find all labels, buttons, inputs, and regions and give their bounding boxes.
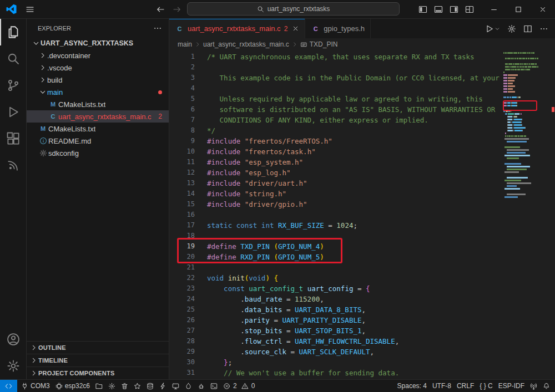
toggle-secondary-sidebar-icon[interactable] bbox=[450, 5, 458, 14]
maximize-button[interactable] bbox=[506, 0, 531, 18]
command-center-search[interactable]: uart_async_rxtxtasks bbox=[187, 2, 400, 16]
status-eol[interactable]: CRLF bbox=[454, 380, 477, 392]
code-line-3[interactable]: 3 This example code is in the Public Dom… bbox=[169, 73, 502, 83]
code-line-4[interactable]: 4 bbox=[169, 83, 502, 94]
status-monitor[interactable] bbox=[169, 380, 182, 392]
tab-close-icon[interactable] bbox=[292, 25, 299, 32]
code-line-5[interactable]: 5 Unless required by applicable law or a… bbox=[169, 94, 502, 104]
code-line-21[interactable]: 21 bbox=[169, 262, 502, 273]
breadcrumb-symbol[interactable]: TXD_PIN bbox=[310, 40, 338, 48]
code-line-11[interactable]: 11#include "esp_system.h" bbox=[169, 157, 502, 167]
status-esp-idf-version[interactable]: ESP-IDF bbox=[496, 380, 527, 392]
nav-forward-icon[interactable] bbox=[173, 5, 181, 14]
status-terminal[interactable] bbox=[208, 380, 220, 392]
split-editor-icon[interactable] bbox=[523, 24, 532, 33]
code-line-22[interactable]: 22void init(void) { bbox=[169, 273, 502, 283]
activity-accounts[interactable] bbox=[0, 326, 26, 353]
code-line-14[interactable]: 14#include "string.h" bbox=[169, 189, 502, 199]
status-serial-port[interactable]: COM3 bbox=[18, 380, 53, 392]
code-line-17[interactable]: 17static const int RX_BUF_SIZE = 1024; bbox=[169, 220, 502, 231]
code-line-30[interactable]: 30 }; bbox=[169, 357, 502, 368]
activity-explorer[interactable] bbox=[0, 19, 26, 45]
status-encoding[interactable]: UTF-8 bbox=[430, 380, 454, 392]
status-menuconfig[interactable] bbox=[105, 380, 118, 392]
status-idf-target[interactable]: esp32c6 bbox=[53, 380, 93, 392]
activity-esp-idf[interactable] bbox=[0, 152, 26, 179]
breadcrumb-item-uart-async-rxtxtasks-main-c[interactable]: uart_async_rxtxtasks_main.c bbox=[203, 40, 289, 48]
code-line-28[interactable]: 28 .flow_ctrl = UART_HW_FLOWCTRL_DISABLE… bbox=[169, 336, 502, 347]
status-flash[interactable] bbox=[157, 380, 169, 392]
run-file-button[interactable] bbox=[485, 24, 500, 33]
tree-item-vscode[interactable]: .vscode bbox=[27, 62, 169, 74]
tree-item-cmakelists-txt[interactable]: MCMakeLists.txt bbox=[27, 123, 169, 135]
customize-layout-icon[interactable] bbox=[465, 5, 474, 14]
menu-icon[interactable] bbox=[26, 5, 34, 14]
tab-gpio-types-h[interactable]: Cgpio_types.h bbox=[305, 19, 371, 38]
code-line-2[interactable]: 2 bbox=[169, 62, 502, 73]
code-line-20[interactable]: 20#define RXD_PIN (GPIO_NUM_5) bbox=[169, 252, 502, 262]
breadcrumb-item-main[interactable]: main bbox=[178, 40, 192, 48]
code-line-13[interactable]: 13#include "driver/uart.h" bbox=[169, 178, 502, 189]
tab-uart-async-rxtxtasks-main-c[interactable]: Cuart_async_rxtxtasks_main.c2 bbox=[169, 19, 305, 38]
status-problems[interactable]: 20 bbox=[220, 380, 260, 392]
status-build-flash-monitor[interactable] bbox=[182, 380, 195, 392]
toggle-sidebar-icon[interactable] bbox=[418, 5, 427, 14]
activity-manage[interactable] bbox=[0, 353, 26, 379]
line-number: 27 bbox=[169, 325, 195, 336]
code-line-12[interactable]: 12#include "esp_log.h" bbox=[169, 167, 502, 178]
section-label: PROJECT COMPONENTS bbox=[38, 370, 114, 376]
code-line-15[interactable]: 15#include "driver/gpio.h" bbox=[169, 199, 502, 210]
code-line-24[interactable]: 24 .baud_rate = 115200, bbox=[169, 294, 502, 304]
minimap[interactable] bbox=[502, 52, 551, 198]
code-line-6[interactable]: 6 software is distributed on an "AS IS" … bbox=[169, 104, 502, 115]
code-line-25[interactable]: 25 .data_bits = UART_DATA_8_BITS, bbox=[169, 304, 502, 315]
activity-run-debug[interactable] bbox=[0, 99, 26, 125]
activity-search[interactable] bbox=[0, 45, 26, 72]
status-language-mode[interactable]: { } C bbox=[477, 380, 495, 392]
code-line-23[interactable]: 23 const uart_config_t uart_config = { bbox=[169, 283, 502, 294]
status-broadcast[interactable] bbox=[527, 380, 540, 392]
tree-item-uart-async-rxtxtasks-main-c[interactable]: Cuart_async_rxtxtasks_main.c2 bbox=[27, 110, 169, 123]
nav-back-icon[interactable] bbox=[156, 5, 165, 14]
close-button[interactable] bbox=[531, 0, 555, 18]
section-project-components[interactable]: PROJECT COMPONENTS bbox=[27, 366, 169, 379]
tree-item-cmakelists-txt[interactable]: MCMakeLists.txt bbox=[27, 98, 169, 110]
status-project-folder[interactable] bbox=[93, 380, 105, 392]
tree-item-build[interactable]: build bbox=[27, 74, 169, 86]
minimize-button[interactable] bbox=[482, 0, 506, 18]
code-editor[interactable]: 1/* UART asynchronous example, that uses… bbox=[169, 50, 555, 379]
tree-item-main[interactable]: main bbox=[27, 86, 169, 98]
code-line-19[interactable]: 19#define TXD_PIN (GPIO_NUM_4) bbox=[169, 241, 502, 252]
tree-item-readme-md[interactable]: README.md bbox=[27, 135, 169, 147]
code-line-1[interactable]: 1/* UART asynchronous example, that uses… bbox=[169, 52, 502, 62]
status-notifications[interactable] bbox=[540, 380, 553, 392]
code-line-27[interactable]: 27 .stop_bits = UART_STOP_BITS_1, bbox=[169, 325, 502, 336]
more-actions-icon[interactable] bbox=[539, 24, 548, 33]
section-outline[interactable]: OUTLINE bbox=[27, 341, 169, 354]
activity-source-control[interactable] bbox=[0, 72, 26, 99]
tree-item-devcontainer[interactable]: .devcontainer bbox=[27, 49, 169, 62]
status-flash-method[interactable] bbox=[131, 380, 144, 392]
status-indentation[interactable]: Spaces: 4 bbox=[395, 380, 430, 392]
views-more-actions-icon[interactable] bbox=[153, 24, 162, 33]
tree-item-sdkconfig[interactable]: sdkconfig bbox=[27, 147, 169, 159]
code-line-29[interactable]: 29 .source_clk = UART_SCLK_DEFAULT, bbox=[169, 347, 502, 357]
overview-ruler[interactable] bbox=[551, 50, 555, 379]
code-line-8[interactable]: 8*/ bbox=[169, 125, 502, 136]
toggle-panel-icon[interactable] bbox=[434, 5, 443, 14]
code-line-16[interactable]: 16 bbox=[169, 210, 502, 220]
code-line-31[interactable]: 31 // We won't use a buffer for sending … bbox=[169, 368, 502, 378]
settings-icon[interactable] bbox=[507, 24, 516, 33]
status-build[interactable] bbox=[144, 380, 157, 392]
activity-extensions[interactable] bbox=[0, 125, 26, 152]
status-full-clean[interactable] bbox=[118, 380, 131, 392]
code-line-18[interactable]: 18 bbox=[169, 231, 502, 241]
status-debug[interactable] bbox=[195, 380, 208, 392]
code-line-10[interactable]: 10#include "freertos/task.h" bbox=[169, 146, 502, 157]
section-timeline[interactable]: TIMELINE bbox=[27, 354, 169, 366]
status-remote[interactable] bbox=[0, 380, 17, 392]
tree-item-uart-async-rxtxtasks[interactable]: UART_ASYNC_RXTXTASKS bbox=[27, 37, 169, 49]
code-line-9[interactable]: 9#include "freertos/FreeRTOS.h" bbox=[169, 136, 502, 146]
code-line-26[interactable]: 26 .parity = UART_PARITY_DISABLE, bbox=[169, 315, 502, 325]
code-line-7[interactable]: 7 CONDITIONS OF ANY KIND, either express… bbox=[169, 115, 502, 125]
